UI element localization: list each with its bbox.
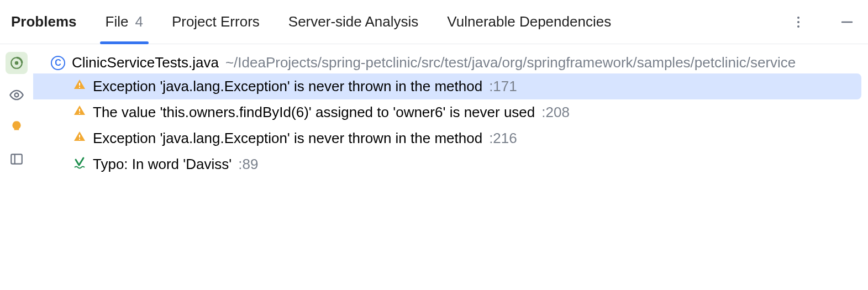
tab-label: File xyxy=(106,13,129,30)
class-icon: C xyxy=(51,56,65,70)
warning-icon xyxy=(73,104,86,121)
warning-icon xyxy=(73,78,86,95)
tab-project-errors[interactable]: Project Errors xyxy=(172,0,260,44)
svg-rect-12 xyxy=(79,113,80,114)
problem-text: The value 'this.owners.findById(6)' assi… xyxy=(93,104,535,121)
typo-icon xyxy=(73,156,86,173)
svg-point-1 xyxy=(797,21,799,23)
problem-line: :171 xyxy=(489,78,517,95)
problem-line: :89 xyxy=(238,156,258,173)
intention-bulb-icon[interactable] xyxy=(6,116,28,138)
tab-label: Project Errors xyxy=(172,13,260,30)
svg-rect-14 xyxy=(79,139,80,140)
minimize-icon[interactable] xyxy=(837,12,857,32)
problem-row[interactable]: Exception 'java.lang.Exception' is never… xyxy=(33,73,861,99)
file-path: ~/IdeaProjects/spring-petclinic/src/test… xyxy=(225,54,796,71)
problem-row[interactable]: The value 'this.owners.findById(6)' assi… xyxy=(33,99,868,125)
problem-line: :216 xyxy=(489,130,517,147)
highlight-scope-icon[interactable] xyxy=(6,52,28,74)
svg-rect-7 xyxy=(11,154,22,164)
svg-point-6 xyxy=(15,93,19,97)
tab-vulnerable-dependencies[interactable]: Vulnerable Dependencies xyxy=(447,0,611,44)
svg-rect-9 xyxy=(79,83,80,86)
warning-icon xyxy=(73,130,86,147)
tab-file[interactable]: File 4 xyxy=(106,0,143,44)
problems-list: C ClinicServiceTests.java ~/IdeaProjects… xyxy=(33,44,868,290)
tab-label: Vulnerable Dependencies xyxy=(447,13,611,30)
svg-rect-13 xyxy=(79,135,80,138)
svg-point-5 xyxy=(15,61,19,65)
problem-text: Exception 'java.lang.Exception' is never… xyxy=(93,78,482,95)
preview-icon[interactable] xyxy=(6,84,28,106)
left-gutter xyxy=(0,44,33,290)
tab-label: Server-side Analysis xyxy=(288,13,419,30)
tab-count: 4 xyxy=(135,13,143,30)
tab-server-side-analysis[interactable]: Server-side Analysis xyxy=(288,0,419,44)
problems-tabbar: Problems File 4 Project Errors Server-si… xyxy=(0,0,868,44)
problem-text: Exception 'java.lang.Exception' is never… xyxy=(93,130,482,147)
problem-row[interactable]: Typo: In word 'Daviss':89 xyxy=(33,151,868,177)
svg-rect-10 xyxy=(79,87,80,88)
file-name: ClinicServiceTests.java xyxy=(72,54,219,71)
problem-text: Typo: In word 'Daviss' xyxy=(93,156,232,173)
svg-point-0 xyxy=(797,17,799,19)
tab-label: Problems xyxy=(11,13,77,30)
open-editor-icon[interactable] xyxy=(6,148,28,170)
file-header-row[interactable]: C ClinicServiceTests.java ~/IdeaProjects… xyxy=(33,52,868,73)
more-icon[interactable] xyxy=(788,12,808,32)
problem-line: :208 xyxy=(541,104,570,121)
svg-point-2 xyxy=(797,25,799,28)
problem-row[interactable]: Exception 'java.lang.Exception' is never… xyxy=(33,125,868,151)
tab-problems[interactable]: Problems xyxy=(11,0,77,44)
svg-rect-11 xyxy=(79,109,80,112)
